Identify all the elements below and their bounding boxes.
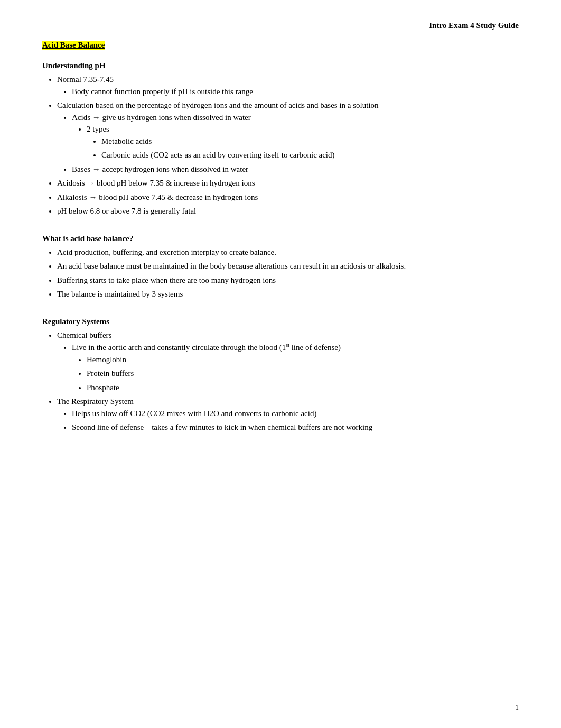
main-title-container: Acid Base Balance: [42, 41, 519, 56]
item-text: pH below 6.8 or above 7.8 is generally f…: [57, 207, 196, 215]
list-item: Body cannot function properly if pH is o…: [72, 86, 519, 98]
list-item: Chemical buffers Live in the aortic arch…: [57, 329, 519, 394]
list-item: Acidosis → blood pH below 7.35 & increas…: [57, 177, 519, 189]
list-item: Hemoglobin: [87, 354, 519, 366]
item-text: The balance is maintained by 3 systems: [57, 290, 183, 298]
list-item: Carbonic acids (CO2 acts as an acid by c…: [101, 149, 519, 161]
item-text: Second line of defense – takes a few min…: [72, 423, 372, 431]
section-1-list: Normal 7.35-7.45 Body cannot function pr…: [42, 73, 519, 217]
list-item: Helps us blow off CO2 (CO2 mixes with H2…: [72, 408, 519, 420]
section-3-list: Chemical buffers Live in the aortic arch…: [42, 329, 519, 434]
item-text: Helps us blow off CO2 (CO2 mixes with H2…: [72, 409, 316, 418]
item-text: 2 types: [87, 125, 109, 133]
section-heading-2: What is acid base balance?: [42, 234, 519, 243]
item-text: Hemoglobin: [87, 355, 126, 364]
item-text: Body cannot function properly if pH is o…: [72, 87, 253, 96]
list-item: Second line of defense – takes a few min…: [72, 421, 519, 434]
item-text: Alkalosis → blood pH above 7.45 & decrea…: [57, 193, 258, 201]
item-text: Live in the aortic arch and constantly c…: [72, 343, 341, 352]
item-text: Phosphate: [87, 383, 119, 392]
item-text: The Respiratory System: [57, 397, 134, 406]
list-item: The Respiratory System Helps us blow off…: [57, 395, 519, 434]
list-item: 2 types Metabolic acids Carbonic acids (…: [87, 123, 519, 161]
item-text: Metabolic acids: [101, 137, 152, 145]
list-item: pH below 6.8 or above 7.8 is generally f…: [57, 205, 519, 217]
item-text: Carbonic acids (CO2 acts as an acid by c…: [101, 151, 335, 159]
list-item: An acid base balance must be maintained …: [57, 260, 519, 272]
section-heading-3: Regulatory Systems: [42, 317, 519, 326]
list-item: Alkalosis → blood pH above 7.45 & decrea…: [57, 191, 519, 204]
item-text: Normal 7.35-7.45: [57, 75, 114, 84]
item-text: Acid production, buffering, and excretio…: [57, 248, 276, 256]
item-text: Calculation based on the percentage of h…: [57, 101, 379, 109]
list-item: Bases → accept hydrogen ions when dissol…: [72, 163, 519, 176]
item-text: An acid base balance must be maintained …: [57, 262, 406, 270]
item-text: Acidosis → blood pH below 7.35 & increas…: [57, 179, 255, 187]
item-text: Acids → give us hydrogen ions when disso…: [72, 113, 251, 122]
main-title: Acid Base Balance: [42, 41, 105, 50]
list-item: Normal 7.35-7.45 Body cannot function pr…: [57, 73, 519, 97]
list-item: The balance is maintained by 3 systems: [57, 288, 519, 300]
item-text: Buffering starts to take place when ther…: [57, 276, 276, 284]
list-item: Phosphate: [87, 382, 519, 394]
list-item: Live in the aortic arch and constantly c…: [72, 341, 519, 393]
list-item: Buffering starts to take place when ther…: [57, 274, 519, 287]
list-item: Acid production, buffering, and excretio…: [57, 246, 519, 259]
item-text: Bases → accept hydrogen ions when dissol…: [72, 165, 248, 173]
list-item: Protein buffers: [87, 367, 519, 380]
list-item: Metabolic acids: [101, 135, 519, 148]
page-header: Intro Exam 4 Study Guide: [42, 21, 519, 30]
list-item: Calculation based on the percentage of h…: [57, 99, 519, 175]
header-title: Intro Exam 4 Study Guide: [429, 21, 519, 30]
section-heading-1: Understanding pH: [42, 61, 519, 70]
page-number: 1: [515, 704, 519, 712]
list-item: Acids → give us hydrogen ions when disso…: [72, 112, 519, 161]
section-2-list: Acid production, buffering, and excretio…: [42, 246, 519, 300]
item-text: Protein buffers: [87, 369, 134, 377]
item-text: Chemical buffers: [57, 331, 111, 339]
